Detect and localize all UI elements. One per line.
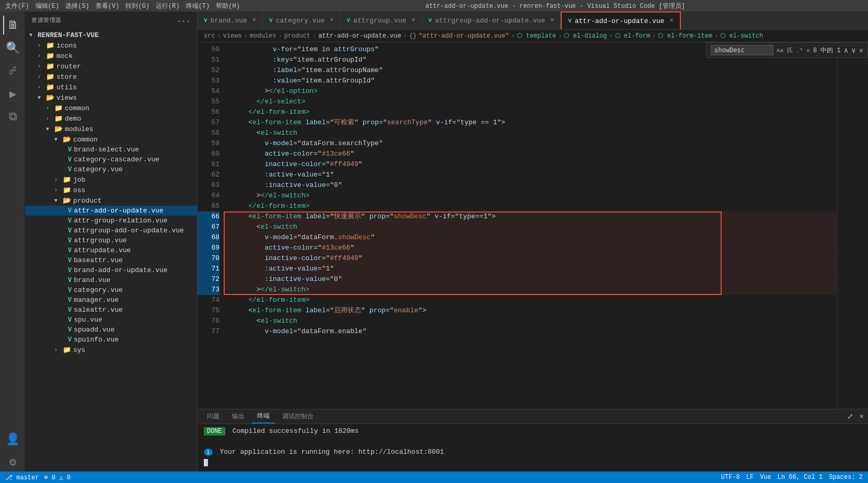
sidebar-item-sys[interactable]: › 📁 sys [25, 345, 197, 355]
bottom-tab-terminal[interactable]: 终端 [252, 409, 275, 423]
sidebar-item-views[interactable]: ▼ 📂 views [25, 92, 197, 103]
bc-product[interactable]: product [284, 32, 310, 40]
sidebar-item-attrgroup-add-or-update[interactable]: V attrgroup-add-or-update.vue [25, 226, 197, 235]
sidebar-item-manager[interactable]: V manager.vue [25, 295, 197, 305]
status-spaces[interactable]: Spaces: 2 [829, 474, 863, 481]
tab-close-attrgroup[interactable]: × [412, 17, 415, 24]
bc-modules[interactable]: modules [250, 32, 276, 40]
panel-maximize[interactable]: ⤢ [847, 412, 853, 421]
activity-extensions[interactable]: ⧉ [3, 108, 22, 126]
menu-bar[interactable]: 文件(F) 编辑(E) 选择(S) 查看(V) 转到(G) 运行(R) 终端(T… [5, 2, 240, 10]
sidebar-item-brand-vue[interactable]: V brand.vue [25, 275, 197, 285]
sidebar-item-store[interactable]: › 📁 store [25, 72, 197, 82]
menu-file[interactable]: 文件(F) [5, 2, 29, 10]
sidebar-item-modules-common[interactable]: ▼ 📂 common [25, 134, 197, 145]
sidebar-item-modules[interactable]: ▼ 📂 modules [25, 124, 197, 134]
bc-template[interactable]: ⬡ template [517, 32, 556, 40]
terminal-text-2: Your application is running here: http:/… [219, 448, 444, 456]
search-next[interactable]: ∨ [851, 46, 855, 55]
sidebar-item-label: common [73, 136, 98, 144]
status-branch[interactable]: ⎇ master [5, 474, 39, 481]
sidebar-item-attr-group-relation[interactable]: V attr-group-relation.vue [25, 216, 197, 226]
bottom-tab-debug[interactable]: 调试控制台 [277, 410, 319, 423]
sidebar-item-saleattr[interactable]: V saleattr.vue [25, 305, 197, 315]
sidebar-item-router[interactable]: › 📁 router [25, 61, 197, 72]
activity-accounts[interactable]: 👤 [3, 430, 22, 449]
search-close[interactable]: ✕ [859, 46, 863, 55]
code-line-62: :active-value="1" [224, 170, 837, 180]
sidebar-item-brand-select[interactable]: V brand-select.vue [25, 145, 197, 155]
sidebar-item-spuinfo[interactable]: V spuinfo.vue [25, 335, 197, 345]
tab-attrgroup-add-or-update[interactable]: V attrgroup-add-or-update.vue × [422, 11, 561, 30]
sidebar-item-utils[interactable]: › 📁 utils [25, 82, 197, 92]
bc-el-dialog[interactable]: ⬡ el-dialog [564, 32, 607, 40]
tab-attr-add-or-update[interactable]: V attr-add-or-update.vue × [561, 11, 680, 30]
sidebar-item-mock[interactable]: › 📁 mock [25, 51, 197, 61]
sidebar-item-attrgroup[interactable]: V attrgroup.vue [25, 235, 197, 245]
status-eol[interactable]: LF [746, 474, 754, 481]
sidebar-item-icons[interactable]: › 📁 icons [25, 40, 197, 51]
tab-close-attrgroup-aou[interactable]: × [550, 17, 554, 24]
sidebar-item-baseattr[interactable]: V baseattr.vue [25, 255, 197, 265]
bc-el-form-item[interactable]: ⬡ el-form-item [658, 32, 712, 40]
code-editor[interactable]: v-for="item in attrGroups" :key="item.at… [224, 42, 837, 409]
root-label: RENREN-FAST-VUE [38, 31, 99, 39]
activity-settings[interactable]: ⚙ [3, 453, 22, 472]
sidebar-item-category-p[interactable]: V category.vue [25, 285, 197, 295]
menu-help[interactable]: 帮助(H) [216, 2, 240, 10]
bc-obj[interactable]: {} [409, 32, 416, 40]
sidebar-item-brand-add-or-update[interactable]: V brand-add-or-update.vue [25, 265, 197, 275]
tab-close-category[interactable]: × [330, 17, 333, 24]
status-encoding[interactable]: UTF-8 [721, 474, 740, 481]
activity-debug[interactable]: ▶ [3, 85, 22, 103]
sidebar-item-category-cascader[interactable]: V category-cascader.vue [25, 155, 197, 164]
menu-edit[interactable]: 编辑(E) [36, 2, 60, 10]
bc-obj-name[interactable]: "attr-add-or-update.vue" [419, 32, 509, 40]
menu-goto[interactable]: 转到(G) [125, 2, 149, 10]
sidebar-item-category-vue[interactable]: V category.vue [25, 164, 197, 174]
sidebar-item-spuadd[interactable]: V spuadd.vue [25, 325, 197, 335]
sidebar-more-icon[interactable]: ... [177, 16, 191, 24]
sidebar-item-spu[interactable]: V spu.vue [25, 315, 197, 325]
panel-close[interactable]: × [860, 413, 864, 421]
activity-explorer[interactable]: 🗎 [3, 16, 22, 34]
status-errors[interactable]: ⊗ 0 △ 0 [44, 474, 70, 481]
bc-el-switch[interactable]: ⬡ el-switch [720, 32, 763, 40]
terminal-content[interactable]: DONE Compiled successfully in 1820ms i Y… [198, 424, 868, 472]
sidebar-item-product[interactable]: ▼ 📂 product [25, 195, 197, 206]
menu-view[interactable]: 查看(V) [96, 2, 120, 10]
terminal-text-1: Compiled successfully in 1820ms [233, 427, 359, 435]
sidebar-item-job[interactable]: › 📁 job [25, 174, 197, 185]
sidebar-item-views-common[interactable]: › 📁 common [25, 103, 197, 113]
tab-close-brand[interactable]: × [252, 17, 256, 24]
terminal-line-3: i Your application is running here: http… [204, 447, 862, 457]
tab-close-attr-aou[interactable]: × [669, 17, 673, 25]
code-line-77: v-model="dataForm.enable" [224, 326, 837, 337]
sidebar-header-icons[interactable]: ... [177, 16, 191, 24]
bc-views[interactable]: views [223, 32, 242, 40]
sidebar-item-label: store [56, 73, 77, 81]
bottom-tab-problems[interactable]: 问题 [202, 410, 225, 423]
sidebar-item-attr-add-or-update[interactable]: V attr-add-or-update.vue [25, 206, 197, 216]
bc-filename[interactable]: attr-add-or-update.vue [318, 32, 401, 40]
search-prev[interactable]: ∧ [844, 46, 848, 55]
code-line-69: active-color="#13ce66" [224, 243, 837, 253]
bottom-tab-output[interactable]: 输出 [227, 410, 250, 423]
tab-icon: V [204, 17, 207, 23]
sidebar-item-demo[interactable]: › 📁 demo [25, 113, 197, 124]
tab-attrgroup[interactable]: V attrgroup.vue × [340, 11, 422, 30]
activity-git[interactable]: ☍ [3, 62, 22, 80]
menu-terminal[interactable]: 终端(T) [186, 2, 210, 10]
activity-search[interactable]: 🔍 [3, 39, 22, 57]
sidebar-item-oss[interactable]: › 📁 oss [25, 185, 197, 195]
search-input[interactable] [711, 45, 773, 55]
status-language[interactable]: Vue [760, 474, 771, 481]
tab-category[interactable]: V category.vue × [263, 11, 340, 30]
sidebar-root[interactable]: ▼ RENREN-FAST-VUE [25, 30, 197, 40]
tab-brand[interactable]: V brand.vue × [198, 11, 263, 30]
sidebar-item-attrupdate[interactable]: V attrupdate.vue [25, 245, 197, 255]
menu-run[interactable]: 运行(R) [156, 2, 180, 10]
menu-select[interactable]: 选择(S) [65, 2, 89, 10]
bc-src[interactable]: src [204, 32, 215, 40]
bc-el-form[interactable]: ⬡ el-form [615, 32, 651, 40]
